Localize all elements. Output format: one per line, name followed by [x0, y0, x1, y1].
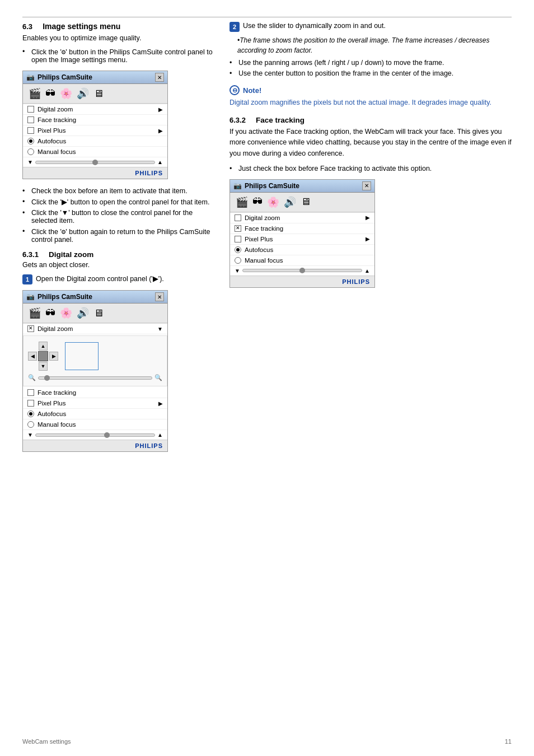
icon-bar-3: 🎬 🕶 🌸 🔊 🖥 — [230, 193, 374, 212]
menu-item-digital-zoom-1[interactable]: Digital zoom ▶ — [23, 104, 167, 115]
layout-icon-2[interactable]: 🖥 — [93, 307, 104, 319]
eye-icon[interactable]: 🕶 — [45, 88, 55, 100]
icon-bar-1: 🎬 🕶 🌸 🔊 🖥 — [23, 84, 167, 104]
checkbox-face-tracking-3[interactable] — [235, 225, 241, 232]
radio-autofocus-3[interactable] — [235, 246, 241, 253]
step-2-text: Use the slider to dynamically zoom in an… — [243, 22, 512, 30]
audio-icon-3[interactable]: 🔊 — [284, 196, 296, 208]
close-button-3[interactable]: ✕ — [362, 181, 371, 190]
eye-icon-2[interactable]: 🕶 — [45, 307, 55, 319]
radio-manual-focus-2[interactable] — [27, 421, 34, 428]
note-title-text: Note! — [243, 86, 261, 95]
close-button-1[interactable]: ✕ — [155, 73, 164, 82]
radio-autofocus-1[interactable] — [27, 138, 34, 144]
slider-min-icon-2: ▼ — [27, 432, 33, 438]
slider-min-icon-3: ▼ — [235, 268, 240, 274]
section-title-6-3: Image settings menu — [43, 22, 120, 31]
arrow-pixel-plus-2: ▶ — [158, 400, 163, 407]
section-number-6-3: 6.3 — [22, 22, 32, 31]
video-icon[interactable]: 🎬 — [29, 87, 41, 100]
zoom-nav-area: ▲ ◀ ▶ ▼ — [28, 342, 162, 371]
radio-manual-focus-1[interactable] — [27, 148, 34, 155]
layout-icon-3[interactable]: 🖥 — [301, 196, 311, 208]
menu-item-pixel-plus-3[interactable]: Pixel Plus ▶ — [230, 234, 374, 245]
bullet-close-control: Click the '▼' button to close the contro… — [22, 209, 213, 225]
camera-icon-2: 📷 — [26, 293, 35, 301]
audio-icon[interactable]: 🔊 — [77, 87, 89, 100]
footer-right: 11 — [505, 738, 512, 745]
checkbox-pixel-plus-3[interactable] — [235, 236, 241, 242]
checkbox-digital-zoom-2[interactable] — [27, 325, 34, 332]
menu-item-pixel-plus-1[interactable]: Pixel Plus ▶ — [23, 125, 167, 136]
cam-suite-window-1: 📷 Philips CamSuite ✕ 🎬 🕶 🌸 🔊 🖥 Digital z… — [22, 71, 168, 179]
philips-footer-3: PHILIPS — [230, 276, 374, 287]
menu-item-digital-zoom-2[interactable]: Digital zoom ▼ — [23, 324, 167, 334]
section-title-6-3-2: Face tracking — [256, 116, 305, 124]
slider-max-icon-1: ▲ — [157, 159, 163, 165]
video-icon-3[interactable]: 🎬 — [236, 196, 248, 208]
menu-item-autofocus-2[interactable]: Autofocus — [23, 409, 167, 419]
bullet-center: Use the center button to position the fr… — [229, 69, 512, 77]
section-title-6-3-1: Digital zoom — [49, 250, 93, 259]
slider-track-1[interactable] — [35, 161, 155, 164]
slider-max-icon-3: ▲ — [364, 268, 370, 274]
titlebar-1: 📷 Philips CamSuite ✕ — [23, 71, 167, 84]
slider-track-2[interactable] — [35, 433, 155, 437]
menu-item-autofocus-3[interactable]: Autofocus — [230, 245, 374, 255]
radio-manual-focus-3[interactable] — [235, 257, 241, 264]
step-2-row: 2 Use the slider to dynamically zoom in … — [229, 22, 512, 32]
settings-icon[interactable]: 🌸 — [60, 87, 72, 100]
slider-thumb-2[interactable] — [104, 432, 110, 438]
nav-left[interactable]: ◀ — [28, 352, 37, 361]
icon-bar-2: 🎬 🕶 🌸 🔊 🖥 — [23, 304, 167, 323]
checkbox-face-tracking-2[interactable] — [27, 389, 34, 396]
nav-center[interactable] — [38, 351, 48, 361]
menu-item-face-tracking-2[interactable]: Face tracking — [23, 388, 167, 398]
eye-icon-3[interactable]: 🕶 — [252, 196, 263, 208]
audio-icon-2[interactable]: 🔊 — [77, 307, 89, 319]
menu-item-autofocus-1[interactable]: Autofocus — [23, 136, 167, 147]
camera-icon-3: 📷 — [233, 182, 242, 190]
video-icon-2[interactable]: 🎬 — [29, 307, 41, 319]
close-button-2[interactable]: ✕ — [155, 292, 164, 301]
settings-icon-3[interactable]: 🌸 — [267, 196, 279, 208]
zoom-panel: ▲ ◀ ▶ ▼ 🔍 — [23, 335, 167, 386]
layout-icon[interactable]: 🖥 — [93, 88, 104, 100]
slider-track-3[interactable] — [242, 269, 362, 272]
menu-item-manual-focus-2[interactable]: Manual focus — [23, 419, 167, 430]
menu-item-manual-focus-1[interactable]: Manual focus — [23, 147, 167, 157]
checkbox-digital-zoom-1[interactable] — [27, 106, 34, 113]
slider-thumb-1[interactable] — [92, 160, 98, 165]
step-1-row: 1 Open the Digital zoom control panel ('… — [22, 274, 213, 284]
section-number-6-3-1: 6.3.1 — [22, 250, 39, 259]
zoom-slider-track[interactable] — [38, 376, 152, 380]
left-column: 6.3 Image settings menu Enables you to o… — [22, 22, 213, 460]
footer-left: WebCam settings — [22, 738, 71, 745]
zoom-nav-controls: ▲ ◀ ▶ ▼ — [28, 342, 58, 371]
bullet-panning: Use the panning arrows (left / right / u… — [229, 59, 512, 67]
slider-row-1: ▼ ▲ — [23, 157, 167, 167]
note-title: ⊖ Note! — [229, 85, 512, 95]
slider-row-2: ▼ ▲ — [23, 430, 167, 440]
cam-suite-window-2: 📷 Philips CamSuite ✕ 🎬 🕶 🌸 🔊 🖥 Digital z… — [22, 290, 168, 452]
checkbox-pixel-plus-1[interactable] — [27, 127, 34, 134]
menu-item-digital-zoom-3[interactable]: Digital zoom ▶ — [230, 213, 374, 223]
philips-footer-2: PHILIPS — [23, 440, 167, 451]
checkbox-face-tracking-1[interactable] — [27, 116, 34, 123]
zoom-in-icon: 🔍 — [154, 374, 162, 381]
nav-right[interactable]: ▶ — [49, 352, 58, 361]
nav-down[interactable]: ▼ — [39, 362, 48, 371]
menu-item-pixel-plus-2[interactable]: Pixel Plus ▶ — [23, 398, 167, 409]
settings-icon-2[interactable]: 🌸 — [60, 307, 72, 319]
step-2-sub1: •The frame shows the position to the ove… — [229, 35, 512, 55]
arrow-pixel-plus-3: ▶ — [366, 236, 370, 242]
checkbox-digital-zoom-3[interactable] — [235, 214, 241, 221]
radio-autofocus-2[interactable] — [27, 410, 34, 417]
menu-item-face-tracking-3[interactable]: Face tracking — [230, 223, 374, 234]
slider-thumb-3[interactable] — [299, 268, 305, 273]
nav-up[interactable]: ▲ — [39, 342, 48, 351]
menu-item-manual-focus-3[interactable]: Manual focus — [230, 255, 374, 266]
checkbox-pixel-plus-2[interactable] — [27, 400, 34, 407]
zoom-slider-thumb[interactable] — [44, 375, 50, 381]
menu-item-face-tracking-1[interactable]: Face tracking — [23, 115, 167, 125]
